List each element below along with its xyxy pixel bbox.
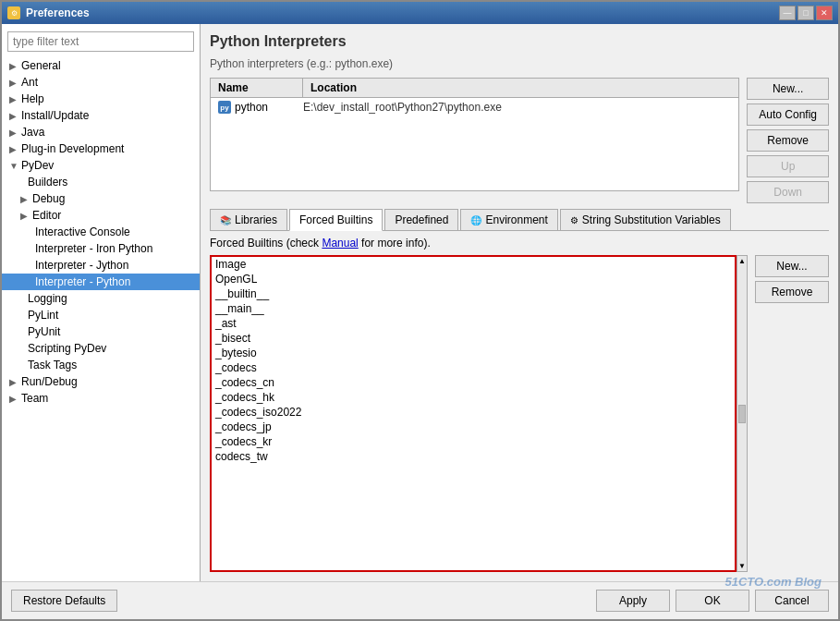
builtins-list[interactable]: Image OpenGL __builtin__ __main__ _ast _…	[210, 255, 737, 572]
tab-label: String Substitution Variables	[582, 213, 721, 226]
sidebar-item-label: Debug	[32, 192, 65, 205]
tab-string-substitution[interactable]: ⚙ String Substitution Variables	[560, 209, 731, 230]
list-item[interactable]: _codecs_cn	[212, 375, 735, 390]
list-item[interactable]: _codecs_jp	[212, 420, 735, 434]
sidebar-item-label: Logging	[28, 292, 67, 305]
sidebar-item-label: Interpreter - Python	[35, 275, 130, 288]
sidebar-item-label: Install/Update	[21, 109, 89, 122]
list-item[interactable]: Image	[212, 257, 735, 272]
sidebar-item-label: PyLint	[28, 309, 58, 322]
tab-predefined[interactable]: Predefined	[384, 209, 458, 230]
list-item[interactable]: codecs_tw	[212, 449, 735, 464]
scroll-down-arrow[interactable]: ▼	[737, 561, 747, 571]
arrow-icon: ▼	[9, 161, 18, 171]
sidebar-item-label: PyUnit	[28, 325, 60, 338]
panel-title: Python Interpreters	[210, 33, 829, 50]
builtins-scrollbar[interactable]: ▲ ▼	[737, 255, 748, 572]
list-item[interactable]: __builtin__	[212, 286, 735, 301]
tab-forced-builtins[interactable]: Forced Builtins	[289, 209, 383, 231]
cancel-button[interactable]: Cancel	[755, 590, 829, 612]
right-panel: Python Interpreters Python interpreters …	[201, 24, 838, 581]
sidebar-item-interpreter-python[interactable]: Interpreter - Python	[2, 274, 200, 290]
location-cell: E:\dev_install_root\Python27\python.exe	[303, 101, 731, 114]
sidebar: ▶ General ▶ Ant ▶ Help ▶ Install/Update …	[2, 24, 201, 581]
apply-button[interactable]: Apply	[596, 590, 670, 612]
sidebar-item-label: Interpreter - Iron Python	[35, 242, 152, 255]
down-button[interactable]: Down	[747, 181, 829, 203]
arrow-icon: ▶	[9, 61, 18, 71]
auto-config-button[interactable]: Auto Config	[747, 104, 829, 126]
table-empty-area	[211, 116, 738, 190]
list-item[interactable]: _codecs_hk	[212, 390, 735, 405]
sidebar-item-label: Scripting PyDev	[28, 342, 106, 355]
search-input[interactable]	[7, 31, 194, 52]
scroll-up-arrow[interactable]: ▲	[737, 256, 747, 266]
tab-content: Forced Builtins (check Manual for more i…	[210, 237, 829, 572]
col-location: Location	[303, 79, 738, 97]
manual-link[interactable]: Manual	[322, 237, 358, 250]
close-button[interactable]: ✕	[816, 6, 833, 20]
table-row[interactable]: py python E:\dev_install_root\Python27\p…	[211, 98, 738, 116]
list-item[interactable]: _codecs	[212, 360, 735, 375]
sidebar-item-interpreter-jython[interactable]: Interpreter - Jython	[2, 257, 200, 274]
builtins-section: Image OpenGL __builtin__ __main__ _ast _…	[210, 255, 829, 572]
search-box	[7, 31, 194, 52]
remove-builtin-button[interactable]: Remove	[755, 281, 829, 303]
list-item[interactable]: _codecs_kr	[212, 434, 735, 449]
minimize-button[interactable]: —	[779, 6, 796, 20]
sidebar-item-scripting-pydev[interactable]: Scripting PyDev	[2, 340, 200, 357]
tab-label: Environment	[485, 213, 547, 226]
preferences-window: ⚙ Preferences — □ ✕ ▶ General ▶ Ant	[0, 0, 840, 621]
sidebar-item-logging[interactable]: Logging	[2, 290, 200, 307]
sidebar-item-general[interactable]: ▶ General	[2, 57, 200, 74]
sidebar-item-builders[interactable]: Builders	[2, 174, 200, 190]
sidebar-item-run-debug[interactable]: ▶ Run/Debug	[2, 373, 200, 390]
sidebar-item-interpreter-iron-python[interactable]: Interpreter - Iron Python	[2, 240, 200, 257]
scroll-thumb[interactable]	[738, 405, 746, 423]
sidebar-item-label: Editor	[32, 209, 61, 222]
sidebar-item-label: Interactive Console	[35, 225, 130, 238]
list-item[interactable]: __main__	[212, 301, 735, 316]
new-interpreter-button[interactable]: New...	[747, 78, 829, 100]
sidebar-item-team[interactable]: ▶ Team	[2, 390, 200, 407]
sidebar-item-editor[interactable]: ▶ Editor	[2, 207, 200, 224]
arrow-icon: ▶	[9, 94, 18, 104]
sidebar-item-java[interactable]: ▶ Java	[2, 124, 200, 140]
sidebar-item-label: Run/Debug	[21, 375, 78, 388]
python-icon: py	[218, 101, 231, 114]
ok-button[interactable]: OK	[676, 590, 749, 612]
list-item[interactable]: _bisect	[212, 331, 735, 346]
watermark: 51CTO.com Blog	[724, 575, 822, 589]
interpreter-table-wrap: Name Location py python E:\dev_install_r…	[210, 78, 739, 203]
col-name: Name	[211, 79, 303, 97]
tab-libraries[interactable]: 📚 Libraries	[210, 209, 287, 230]
sidebar-item-task-tags[interactable]: Task Tags	[2, 357, 200, 373]
sidebar-item-label: Plug-in Development	[21, 142, 124, 155]
sidebar-item-pydev[interactable]: ▼ PyDev	[2, 157, 200, 174]
arrow-icon: ▶	[9, 111, 18, 121]
list-item[interactable]: _ast	[212, 316, 735, 331]
sidebar-item-ant[interactable]: ▶ Ant	[2, 74, 200, 91]
sidebar-item-help[interactable]: ▶ Help	[2, 91, 200, 107]
sidebar-item-interactive-console[interactable]: Interactive Console	[2, 224, 200, 240]
remove-interpreter-button[interactable]: Remove	[747, 129, 829, 152]
new-builtin-button[interactable]: New...	[755, 255, 829, 277]
restore-defaults-button[interactable]: Restore Defaults	[11, 590, 117, 612]
sidebar-item-label: Team	[21, 392, 48, 405]
list-item[interactable]: _codecs_iso2022	[212, 405, 735, 420]
sidebar-item-debug[interactable]: ▶ Debug	[2, 190, 200, 207]
sidebar-item-install-update[interactable]: ▶ Install/Update	[2, 107, 200, 124]
sidebar-item-pylint[interactable]: PyLint	[2, 307, 200, 323]
main-content: ▶ General ▶ Ant ▶ Help ▶ Install/Update …	[2, 24, 838, 581]
tabs-bar: 📚 Libraries Forced Builtins Predefined 🌐…	[210, 209, 829, 231]
maximize-button[interactable]: □	[797, 6, 814, 20]
up-button[interactable]: Up	[747, 155, 829, 177]
tab-environment[interactable]: 🌐 Environment	[460, 209, 557, 230]
list-item[interactable]: _bytesio	[212, 346, 735, 360]
sidebar-item-pyunit[interactable]: PyUnit	[2, 323, 200, 340]
arrow-icon: ▶	[9, 377, 18, 387]
arrow-icon: ▶	[9, 144, 18, 154]
sidebar-item-plugin-dev[interactable]: ▶ Plug-in Development	[2, 140, 200, 157]
list-item[interactable]: OpenGL	[212, 272, 735, 286]
sidebar-item-label: Help	[21, 92, 44, 105]
